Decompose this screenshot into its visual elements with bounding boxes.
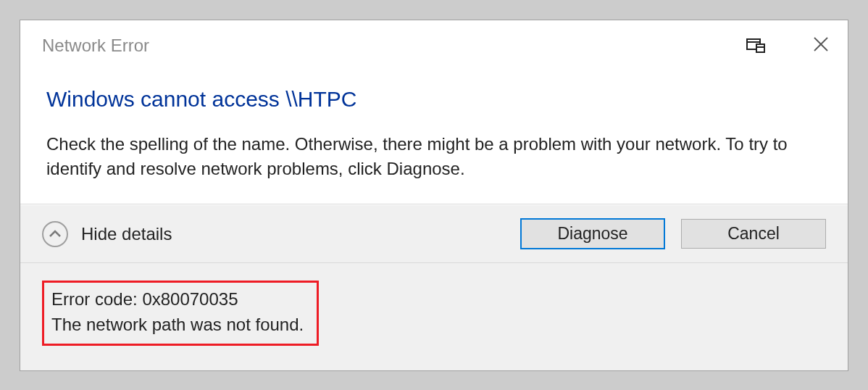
action-bar: Hide details Diagnose Cancel [20,204,848,262]
details-panel: Error code: 0x80070035 The network path … [20,262,848,370]
close-icon[interactable] [809,36,833,56]
window-menu-icon[interactable] [746,38,765,53]
error-description: Check the spelling of the name. Otherwis… [46,132,822,183]
details-toggle-label: Hide details [81,224,172,244]
error-code-line: Error code: 0x80070035 [51,287,304,312]
chevron-up-icon [42,221,68,247]
diagnose-button[interactable]: Diagnose [520,218,665,249]
titlebar: Network Error [20,20,848,64]
error-heading: Windows cannot access \\HTPC [46,87,822,112]
dialog-title: Network Error [42,36,746,56]
details-toggle[interactable]: Hide details [42,221,520,247]
cancel-button[interactable]: Cancel [681,219,826,249]
network-error-dialog: Network Error Windows cannot access \\HT… [20,20,848,371]
error-message-line: The network path was not found. [51,312,304,338]
dialog-body: Windows cannot access \\HTPC Check the s… [20,64,848,204]
error-details-highlight: Error code: 0x80070035 The network path … [42,281,319,346]
svg-rect-2 [756,44,764,52]
